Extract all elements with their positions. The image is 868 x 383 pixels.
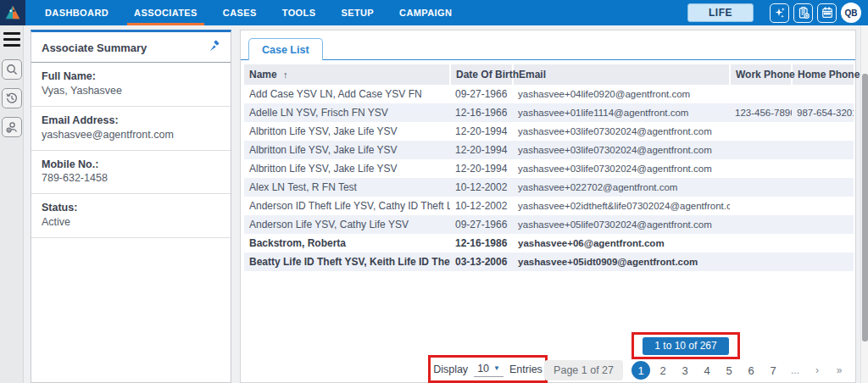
- cell-home-phone: [792, 215, 854, 234]
- cell-name: Add Case YSV LN, Add Case YSV FN: [244, 85, 450, 103]
- add-associate-icon: [5, 120, 19, 134]
- record-range-button[interactable]: 1 to 10 of 267: [643, 337, 728, 355]
- cell-home-phone: [792, 122, 854, 141]
- cell-name: Adelle LN YSV, Frisch FN YSV: [244, 103, 450, 122]
- left-icon-rail: [0, 25, 24, 383]
- page-5[interactable]: 5: [720, 361, 738, 380]
- table-row[interactable]: Add Case YSV LN, Add Case YSV FN09-27-19…: [244, 85, 854, 103]
- scrollbar-thumb[interactable]: [862, 74, 868, 341]
- pin-button[interactable]: [208, 40, 220, 56]
- cell-email: yashasvee+03life07302024@agentfront.com: [513, 122, 730, 141]
- field-label: Status:: [42, 201, 220, 215]
- logo-icon: [3, 3, 22, 22]
- last-page-icon[interactable]: »: [830, 361, 849, 380]
- column-header-home-phone[interactable]: Home Phone: [792, 64, 854, 85]
- column-header-name[interactable]: Name ↑: [244, 64, 450, 85]
- calendar-button[interactable]: [817, 3, 837, 23]
- menu-icon[interactable]: [3, 32, 20, 50]
- tab-case-list[interactable]: Case List: [248, 38, 323, 60]
- next-page-icon[interactable]: ›: [808, 361, 826, 380]
- cell-home-phone: [792, 85, 854, 103]
- field-value: Active: [42, 215, 220, 230]
- table-row[interactable]: Albritton Life YSV, Jake Life YSV12-20-1…: [244, 159, 854, 178]
- field-full-name: Full Name: Vyas, Yashasvee: [31, 63, 231, 107]
- cell-home-phone: [792, 253, 854, 271]
- nav-item-campaign[interactable]: CAMPAIGN: [392, 0, 459, 25]
- cell-work-phone: [730, 215, 792, 234]
- nav-item-associates[interactable]: ASSOCIATES: [127, 0, 204, 25]
- cell-name: Albritton Life YSV, Jake Life YSV: [244, 141, 450, 159]
- page-6[interactable]: 6: [742, 361, 760, 380]
- display-entries-highlight-box: Display 10 ▼ Entries: [428, 355, 548, 383]
- case-table: Name ↑ Date Of Birth Email Work Phone Ho…: [244, 64, 854, 271]
- table-row[interactable]: Albritton Life YSV, Jake Life YSV12-20-1…: [244, 141, 854, 159]
- field-label: Mobile No.:: [42, 158, 220, 172]
- app-logo[interactable]: [0, 0, 25, 25]
- column-header-email[interactable]: Email: [513, 64, 730, 85]
- add-associate-button[interactable]: [2, 117, 22, 137]
- pin-icon: [208, 40, 220, 53]
- table-row[interactable]: Adelle LN YSV, Frisch FN YSV12-16-1966ya…: [244, 103, 854, 122]
- cell-work-phone: [730, 141, 792, 159]
- cell-home-phone: 987-654-3201: [792, 103, 854, 122]
- table-row[interactable]: Anderson ID Theft Life YSV, Cathy ID The…: [244, 197, 854, 215]
- cell-email: yashasvee+01life1114@agentfront.com: [513, 103, 730, 122]
- cell-work-phone: [730, 197, 792, 215]
- life-button[interactable]: LIFE: [687, 3, 754, 22]
- cell-dob: 09-27-1966: [450, 215, 513, 234]
- main-menu: DASHBOARD ASSOCIATES CASES TOOLS SETUP C…: [32, 0, 465, 25]
- clipboard-add-button[interactable]: [793, 3, 813, 23]
- page-ellipsis[interactable]: ...: [786, 361, 804, 380]
- range-highlight-box: 1 to 10 of 267: [632, 332, 740, 359]
- cell-home-phone: [792, 178, 854, 197]
- cell-dob: 09-27-1966: [450, 85, 513, 103]
- pagination-bar: Page 1 of 27 1234567...›»: [544, 360, 849, 380]
- page-3[interactable]: 3: [676, 361, 694, 380]
- cell-name: Beatty Life ID Theft YSV, Keith Life ID …: [244, 253, 450, 271]
- display-label: Display: [433, 364, 468, 375]
- field-value: 789-632-1458: [42, 171, 220, 186]
- cell-email: yashasvee+04life0920@agentfront.com: [513, 85, 730, 103]
- page-2[interactable]: 2: [654, 361, 672, 380]
- table-row[interactable]: Anderson Life YSV, Cathy Life YSV09-27-1…: [244, 215, 854, 234]
- cell-email: yashasvee+05life07302024@agentfront.com: [513, 215, 730, 234]
- field-mobile-no: Mobile No.: 789-632-1458: [31, 151, 231, 195]
- cell-work-phone: [730, 85, 792, 103]
- nav-item-dashboard[interactable]: DASHBOARD: [38, 0, 115, 25]
- top-navigation-bar: DASHBOARD ASSOCIATES CASES TOOLS SETUP C…: [0, 0, 868, 25]
- cell-email: yashasvee+03life07302024@agentfront.com: [513, 159, 730, 178]
- history-button[interactable]: [2, 88, 22, 108]
- qb-badge[interactable]: QB: [841, 3, 861, 23]
- field-status: Status: Active: [31, 194, 231, 238]
- field-email-address: Email Address: yashasvee@agentfront.com: [31, 107, 231, 151]
- page-7[interactable]: 7: [764, 361, 782, 380]
- cell-email: yashasvee+05idt0909@agentfront.com: [513, 253, 730, 271]
- tab-underline: [241, 59, 855, 60]
- field-value: yashasvee@agentfront.com: [42, 128, 220, 142]
- table-row[interactable]: Backstrom, Roberta12-16-1986yashasvee+06…: [244, 234, 854, 253]
- chevron-down-icon: ▼: [493, 364, 500, 372]
- calendar-icon: [821, 6, 834, 19]
- column-header-dob[interactable]: Date Of Birth: [450, 64, 513, 85]
- search-button[interactable]: [2, 59, 22, 80]
- cell-dob: 12-16-1986: [450, 234, 513, 253]
- page-4[interactable]: 4: [698, 361, 716, 380]
- associate-summary-header: Associate Summary: [31, 32, 231, 63]
- nav-item-tools[interactable]: TOOLS: [275, 0, 323, 25]
- clipboard-add-icon: [797, 6, 810, 19]
- table-row[interactable]: Albritton Life YSV, Jake Life YSV12-20-1…: [244, 122, 854, 141]
- sparkles-button[interactable]: [770, 3, 789, 23]
- nav-item-setup[interactable]: SETUP: [334, 0, 381, 25]
- cell-home-phone: [792, 159, 854, 178]
- field-label: Email Address:: [42, 114, 220, 128]
- table-row[interactable]: Alex LN Test, R FN Test10-12-2002yashasv…: [244, 178, 854, 197]
- cell-home-phone: [792, 197, 854, 215]
- display-count-dropdown[interactable]: 10 ▼: [474, 362, 504, 377]
- column-header-work-phone[interactable]: Work Phone: [730, 64, 792, 85]
- table-row[interactable]: Beatty Life ID Theft YSV, Keith Life ID …: [244, 253, 854, 271]
- vertical-scrollbar[interactable]: [860, 25, 868, 383]
- nav-item-cases[interactable]: CASES: [216, 0, 264, 25]
- page-1[interactable]: 1: [632, 361, 650, 380]
- cell-name: Albritton Life YSV, Jake Life YSV: [244, 122, 450, 141]
- field-label: Full Name:: [42, 69, 220, 84]
